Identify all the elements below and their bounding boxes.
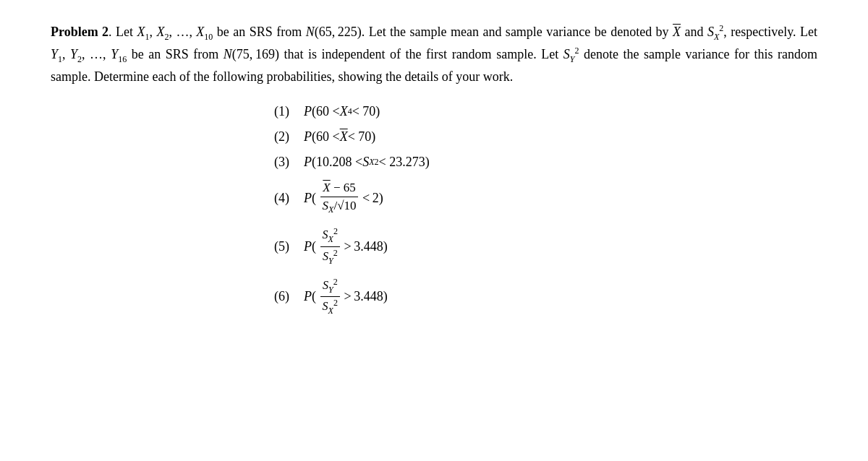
- math-expression: P( SY2 SX2 > 3.448): [304, 277, 388, 316]
- fraction-5: SX2 SY2: [320, 226, 340, 266]
- item-number: (1): [260, 104, 304, 119]
- list-item: (6) P( SY2 SX2 > 3.448): [260, 277, 608, 316]
- fraction-6: SY2 SX2: [320, 277, 340, 316]
- list-item: (2) P(60 < X < 70): [260, 129, 608, 145]
- item-number: (2): [260, 129, 304, 145]
- list-item: (4) P( X − 65 SX/√10 < 2): [260, 180, 608, 216]
- fraction-4: X − 65 SX/√10: [320, 180, 359, 216]
- item-number: (4): [260, 191, 304, 206]
- list-item: (5) P( SX2 SY2 > 3.448): [260, 226, 608, 266]
- math-expression: P( X − 65 SX/√10 < 2): [304, 180, 383, 216]
- item-number: (5): [260, 239, 304, 254]
- math-expression: P( SX2 SY2 > 3.448): [304, 226, 388, 266]
- list-item: (3) P(10.208 < SX2 < 23.273): [260, 155, 608, 170]
- problems-list: (1) P(60 < X4 < 70) (2) P(60 < X < 70) (…: [51, 104, 817, 316]
- math-expression: P(10.208 < SX2 < 23.273): [304, 155, 430, 170]
- item-number: (6): [260, 289, 304, 304]
- problem-paragraph: Problem 2. Let X1, X2, …, X10 be an SRS …: [51, 22, 817, 87]
- list-item: (1) P(60 < X4 < 70): [260, 104, 608, 119]
- problem-label: Problem 2: [51, 25, 109, 39]
- page-container: Problem 2. Let X1, X2, …, X10 be an SRS …: [36, 0, 832, 331]
- math-expression: P(60 < X4 < 70): [304, 104, 380, 119]
- problem-text: Problem 2. Let X1, X2, …, X10 be an SRS …: [51, 22, 817, 87]
- item-number: (3): [260, 155, 304, 170]
- math-expression: P(60 < X < 70): [304, 129, 375, 145]
